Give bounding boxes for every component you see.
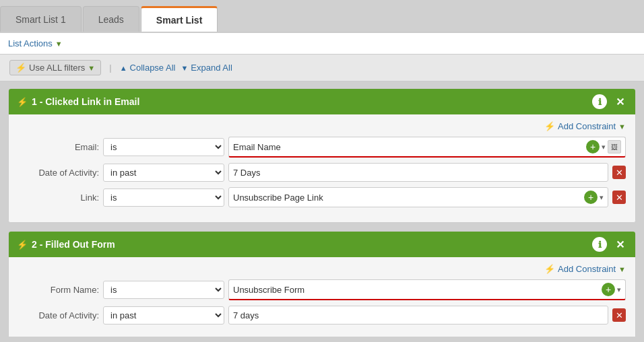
filter-label: Use ALL filters bbox=[29, 63, 85, 73]
filter-1-constraint-link: Link: is Unsubscribe Page Link + ▾ ✕ bbox=[18, 187, 626, 207]
bolt-icon: ⚡ bbox=[15, 63, 26, 73]
add-constraint-1-arrow-icon: ▼ bbox=[618, 123, 626, 131]
filter-2-header-actions: ℹ ✕ bbox=[592, 237, 627, 252]
email-label: Email: bbox=[18, 142, 99, 152]
date-label-2: Date of Activity: bbox=[18, 310, 99, 320]
list-actions-bar: List Actions ▼ bbox=[0, 33, 644, 55]
filter-1-bolt-icon: ⚡ bbox=[17, 97, 28, 107]
date-remove-btn-1[interactable]: ✕ bbox=[612, 166, 626, 179]
filter-2-info-button[interactable]: ℹ bbox=[592, 237, 607, 252]
link-remove-btn[interactable]: ✕ bbox=[612, 191, 626, 204]
filter-1-constraint-email: Email: is Email Name + ▾ 🖼 bbox=[18, 137, 626, 158]
filter-1-body: ⚡ Add Constraint ▼ Email: is Email Name … bbox=[9, 114, 635, 222]
email-value-icons: + ▾ 🖼 bbox=[586, 140, 621, 153]
toolbar: ⚡ Use ALL filters ▼ | ▲ Collapse All ▼ E… bbox=[0, 55, 644, 81]
date-operator-select-1[interactable]: in past bbox=[103, 164, 224, 182]
filter-arrow-icon: ▼ bbox=[88, 64, 95, 72]
expand-label: Expand All bbox=[191, 63, 232, 73]
add-constraint-2-bolt-icon: ⚡ bbox=[544, 264, 555, 274]
tab-smart-list-1[interactable]: Smart List 1 bbox=[0, 6, 82, 32]
list-actions-label: List Actions bbox=[8, 38, 53, 48]
filter-2-add-constraint-label: Add Constraint bbox=[558, 264, 616, 274]
tabs-bar: Smart List 1 Leads Smart List bbox=[0, 0, 644, 33]
email-value-text: Email Name bbox=[233, 142, 586, 152]
filter-2-close-button[interactable]: ✕ bbox=[612, 237, 627, 252]
toolbar-divider: | bbox=[109, 63, 111, 73]
date-label-1: Date of Activity: bbox=[18, 168, 99, 178]
filter-2-title-group: ⚡ 2 - Filled Out Form bbox=[17, 239, 115, 250]
date-value-2: 7 days bbox=[228, 306, 608, 324]
filter-1-constraint-date: Date of Activity: in past 7 Days ✕ bbox=[18, 163, 626, 182]
form-name-value-field[interactable]: Unsubscribe Form + ▾ bbox=[228, 279, 626, 300]
filter-1-add-constraint-row: ⚡ Add Constraint ▼ bbox=[18, 121, 626, 131]
filter-2-add-constraint-row: ⚡ Add Constraint ▼ bbox=[18, 264, 626, 274]
filter-1-header: ⚡ 1 - Clicked Link in Email ℹ ✕ bbox=[9, 89, 635, 114]
link-value-plus-icon[interactable]: + bbox=[584, 191, 598, 204]
filter-2-add-constraint-button[interactable]: ⚡ Add Constraint ▼ bbox=[544, 264, 626, 274]
date-operator-select-2[interactable]: in past bbox=[103, 306, 224, 324]
add-constraint-1-bolt-icon: ⚡ bbox=[544, 121, 555, 131]
form-name-value-icons: + ▾ bbox=[602, 283, 621, 296]
filter-1-title-group: ⚡ 1 - Clicked Link in Email bbox=[17, 96, 139, 107]
date-value-text-1: 7 Days bbox=[233, 168, 260, 178]
filter-2-title: 2 - Filled Out Form bbox=[32, 239, 115, 250]
expand-all-button[interactable]: ▼ Expand All bbox=[181, 63, 232, 73]
filter-1-add-constraint-button[interactable]: ⚡ Add Constraint ▼ bbox=[544, 121, 626, 131]
filter-2-body: ⚡ Add Constraint ▼ Form Name: is Unsubsc… bbox=[9, 257, 635, 337]
filter-2-constraint-date: Date of Activity: in past 7 days ✕ bbox=[18, 306, 626, 324]
form-name-label: Form Name: bbox=[18, 285, 99, 295]
filter-1-info-button[interactable]: ℹ bbox=[592, 94, 607, 109]
collapse-icon: ▲ bbox=[120, 64, 127, 72]
date-value-1: 7 Days bbox=[228, 163, 608, 182]
filter-2-header: ⚡ 2 - Filled Out Form ℹ ✕ bbox=[9, 232, 635, 257]
email-operator-select[interactable]: is bbox=[103, 138, 224, 156]
collapse-label: Collapse All bbox=[130, 63, 176, 73]
link-label: Link: bbox=[18, 193, 99, 203]
link-value-field[interactable]: Unsubscribe Page Link + ▾ bbox=[228, 187, 608, 207]
link-operator-select[interactable]: is bbox=[103, 189, 224, 207]
email-value-field[interactable]: Email Name + ▾ 🖼 bbox=[228, 137, 626, 158]
list-actions-arrow-icon: ▼ bbox=[55, 40, 63, 48]
filter-block-2: ⚡ 2 - Filled Out Form ℹ ✕ ⚡ Add Constrai… bbox=[8, 231, 636, 337]
form-name-value-text: Unsubscribe Form bbox=[233, 285, 602, 295]
tab-smart-list[interactable]: Smart List bbox=[141, 6, 218, 32]
form-name-value-chevron-icon[interactable]: ▾ bbox=[617, 285, 621, 294]
use-all-filters-button[interactable]: ⚡ Use ALL filters ▼ bbox=[9, 60, 101, 75]
expand-icon: ▼ bbox=[181, 64, 188, 72]
tab-smart-list-1-label: Smart List 1 bbox=[15, 14, 66, 25]
filter-2-constraint-form-name: Form Name: is Unsubscribe Form + ▾ bbox=[18, 279, 626, 300]
date-value-text-2: 7 days bbox=[233, 310, 259, 320]
filter-block-1: ⚡ 1 - Clicked Link in Email ℹ ✕ ⚡ Add Co… bbox=[8, 88, 636, 223]
form-name-operator-select[interactable]: is bbox=[103, 281, 224, 299]
form-name-value-plus-icon[interactable]: + bbox=[602, 283, 615, 296]
main-content: ⚡ 1 - Clicked Link in Email ℹ ✕ ⚡ Add Co… bbox=[0, 81, 644, 337]
collapse-all-button[interactable]: ▲ Collapse All bbox=[120, 63, 176, 73]
list-actions-button[interactable]: List Actions ▼ bbox=[8, 38, 63, 48]
filter-1-add-constraint-label: Add Constraint bbox=[558, 121, 616, 131]
add-constraint-2-arrow-icon: ▼ bbox=[618, 265, 626, 273]
filter-1-title: 1 - Clicked Link in Email bbox=[32, 96, 139, 107]
filter-1-close-button[interactable]: ✕ bbox=[612, 94, 627, 109]
tab-smart-list-label: Smart List bbox=[156, 15, 202, 26]
email-value-img-icon[interactable]: 🖼 bbox=[608, 140, 621, 153]
link-value-icons: + ▾ bbox=[584, 191, 604, 204]
filter-2-bolt-icon: ⚡ bbox=[17, 240, 28, 250]
link-value-chevron-icon[interactable]: ▾ bbox=[600, 193, 604, 202]
email-value-plus-icon[interactable]: + bbox=[586, 140, 600, 153]
email-value-chevron-icon[interactable]: ▾ bbox=[602, 143, 606, 151]
date-remove-btn-2[interactable]: ✕ bbox=[612, 308, 626, 322]
filter-1-header-actions: ℹ ✕ bbox=[592, 94, 627, 109]
link-value-text: Unsubscribe Page Link bbox=[233, 193, 584, 203]
tab-leads[interactable]: Leads bbox=[83, 6, 139, 32]
tab-leads-label: Leads bbox=[98, 14, 124, 25]
